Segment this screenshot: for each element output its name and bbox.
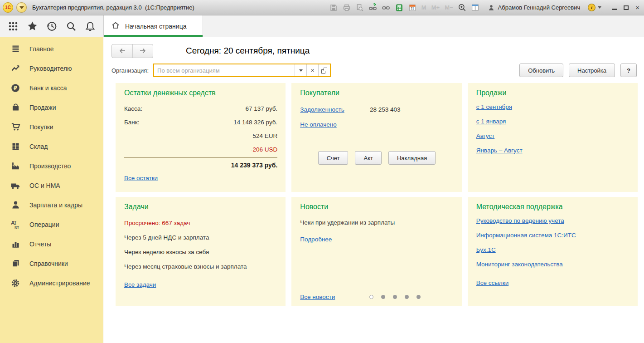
its-system-link[interactable]: Информационная система 1С:ИТС bbox=[476, 230, 629, 240]
carousel-dot[interactable] bbox=[405, 295, 409, 299]
svg-text:Дт: Дт bbox=[11, 220, 16, 225]
go-link-icon[interactable] bbox=[382, 3, 391, 12]
sidebar-item-glavnoe[interactable]: Главное bbox=[0, 39, 103, 59]
sidebar-item-sklad[interactable]: Склад bbox=[0, 137, 103, 156]
search-icon[interactable] bbox=[65, 20, 77, 32]
organization-clear-button[interactable]: × bbox=[306, 64, 318, 76]
sidebar-item-administrirovanie[interactable]: Администрирование bbox=[0, 273, 103, 293]
organization-dropdown-button[interactable] bbox=[295, 64, 306, 76]
sidebar-item-zarplata-kadry[interactable]: Зарплата и кадры bbox=[0, 195, 103, 215]
memory-minus-button[interactable]: M− bbox=[444, 4, 453, 11]
panel-title: Остатки денежных средств bbox=[124, 89, 277, 97]
organization-combo: × bbox=[153, 64, 331, 77]
history-icon[interactable] bbox=[46, 20, 58, 32]
all-tasks-link[interactable]: Все задачи bbox=[124, 281, 156, 288]
all-links-link[interactable]: Все ссылки bbox=[476, 279, 509, 286]
all-balances-link[interactable]: Все остатки bbox=[124, 175, 158, 181]
chevron-down-icon bbox=[19, 6, 24, 9]
panel-news: Новости Чеки при удержании из зарплаты П… bbox=[291, 197, 461, 306]
arrow-right-icon bbox=[139, 47, 147, 55]
balance-label: Банк: bbox=[124, 116, 139, 129]
accounting-guide-link[interactable]: Руководство по ведению учета bbox=[476, 216, 629, 226]
1c-logo-icon: 1С bbox=[3, 2, 13, 13]
carousel-dot[interactable] bbox=[416, 295, 421, 299]
balance-row: -206 USD bbox=[124, 143, 277, 157]
print-preview-icon[interactable] bbox=[355, 3, 364, 12]
truck-icon bbox=[10, 180, 21, 191]
close-icon: × bbox=[310, 67, 314, 74]
sidebar-item-spravochniki[interactable]: Справочники bbox=[0, 254, 103, 273]
sidebar-item-rukovoditelyu[interactable]: Руководителю bbox=[0, 59, 103, 78]
save-icon[interactable] bbox=[329, 3, 338, 12]
act-button[interactable]: Акт bbox=[355, 151, 381, 165]
refresh-button[interactable]: Обновить bbox=[519, 64, 563, 77]
calculator-icon[interactable] bbox=[395, 3, 404, 12]
print-icon[interactable] bbox=[342, 3, 351, 12]
page-action-buttons: Обновить Настройка ? bbox=[519, 64, 637, 77]
waybill-button[interactable]: Накладная bbox=[388, 151, 436, 165]
organization-input[interactable] bbox=[154, 64, 295, 76]
organization-open-button[interactable] bbox=[318, 64, 330, 76]
sidebar-item-proizvodstvo[interactable]: Производство bbox=[0, 156, 103, 176]
back-button[interactable] bbox=[112, 44, 132, 58]
sidebar-item-os-nma[interactable]: ОС и НМА bbox=[0, 176, 103, 195]
debt-link[interactable]: Задолженность bbox=[300, 102, 344, 117]
invoice-button[interactable]: Счет bbox=[318, 151, 349, 165]
main-menu-button[interactable] bbox=[16, 2, 27, 13]
favorites-star-icon[interactable] bbox=[27, 20, 39, 32]
news-more-link[interactable]: Подробнее bbox=[300, 236, 453, 243]
menu-lines-icon bbox=[10, 44, 21, 54]
balance-value: 67 137 руб. bbox=[246, 102, 278, 116]
minimize-button[interactable] bbox=[612, 4, 617, 11]
svg-text:₽: ₽ bbox=[14, 85, 17, 91]
panel-customers: Покупатели Задолженность 28 253 403 Не о… bbox=[291, 83, 461, 192]
forward-button[interactable] bbox=[132, 44, 153, 58]
unpaid-link[interactable]: Не оплачено bbox=[300, 121, 336, 128]
buh-1c-link[interactable]: Бух.1С bbox=[476, 245, 629, 255]
current-user[interactable]: Абрамов Геннадий Сергеевич bbox=[487, 3, 581, 12]
trend-chart-icon bbox=[10, 63, 21, 74]
panel-title: Продажи bbox=[476, 89, 629, 97]
carousel-dot[interactable] bbox=[393, 295, 397, 299]
carousel-dot-active[interactable] bbox=[369, 295, 373, 299]
sidebar-item-operacii[interactable]: ДтКт Операции bbox=[0, 215, 103, 234]
task-item: Через неделю взносы за себя bbox=[124, 245, 277, 260]
chevron-down-icon bbox=[299, 69, 303, 72]
news-carousel-dots bbox=[369, 295, 421, 299]
close-button[interactable]: × bbox=[635, 4, 639, 11]
info-menu-button[interactable]: i bbox=[587, 3, 601, 12]
zoom-icon[interactable] bbox=[458, 3, 467, 12]
memory-plus-button[interactable]: M+ bbox=[431, 4, 440, 11]
sales-august-link[interactable]: Август bbox=[476, 131, 629, 141]
get-link-icon[interactable] bbox=[368, 3, 378, 12]
tab-home[interactable]: Начальная страница bbox=[103, 15, 203, 37]
sidebar-item-label: Продажи bbox=[29, 104, 56, 111]
sidebar-item-bank-kassa[interactable]: ₽ Банк и касса bbox=[0, 78, 103, 98]
pallet-icon bbox=[10, 141, 21, 152]
memory-recall-button[interactable]: M bbox=[421, 4, 427, 11]
sidebar-item-pokupki[interactable]: Покупки bbox=[0, 117, 103, 137]
carousel-dot[interactable] bbox=[381, 295, 385, 299]
sales-since-january-link[interactable]: с 1 января bbox=[476, 117, 629, 127]
help-button[interactable]: ? bbox=[620, 64, 637, 77]
sidebar-item-prodazhi[interactable]: Продажи bbox=[0, 98, 103, 117]
panel-title: Покупатели bbox=[300, 89, 453, 97]
panel-cash-balances: Остатки денежных средств Касса: 67 137 р… bbox=[116, 83, 286, 192]
all-news-link[interactable]: Все новости bbox=[300, 294, 335, 300]
sections-menu-icon[interactable] bbox=[7, 20, 19, 32]
sales-january-august-link[interactable]: Январь – Август bbox=[476, 146, 629, 156]
panel-methodical-support: Методическая поддержка Руководство по ве… bbox=[468, 197, 638, 306]
settings-button[interactable]: Настройка bbox=[569, 64, 615, 77]
maximize-button[interactable] bbox=[624, 4, 629, 11]
gear-icon bbox=[10, 278, 21, 289]
split-window-icon[interactable] bbox=[471, 3, 480, 12]
sales-since-september-link[interactable]: с 1 сентября bbox=[476, 102, 629, 112]
calendar-icon[interactable]: 31 bbox=[408, 3, 417, 12]
notifications-bell-icon[interactable] bbox=[84, 20, 96, 32]
law-monitoring-link[interactable]: Мониторинг законодательства bbox=[476, 260, 629, 270]
panel-title: Новости bbox=[300, 203, 453, 211]
ruble-circle-icon: ₽ bbox=[10, 83, 21, 93]
factory-icon bbox=[10, 161, 21, 172]
arrow-left-icon bbox=[118, 47, 126, 55]
sidebar-item-otchety[interactable]: Отчеты bbox=[0, 234, 103, 254]
